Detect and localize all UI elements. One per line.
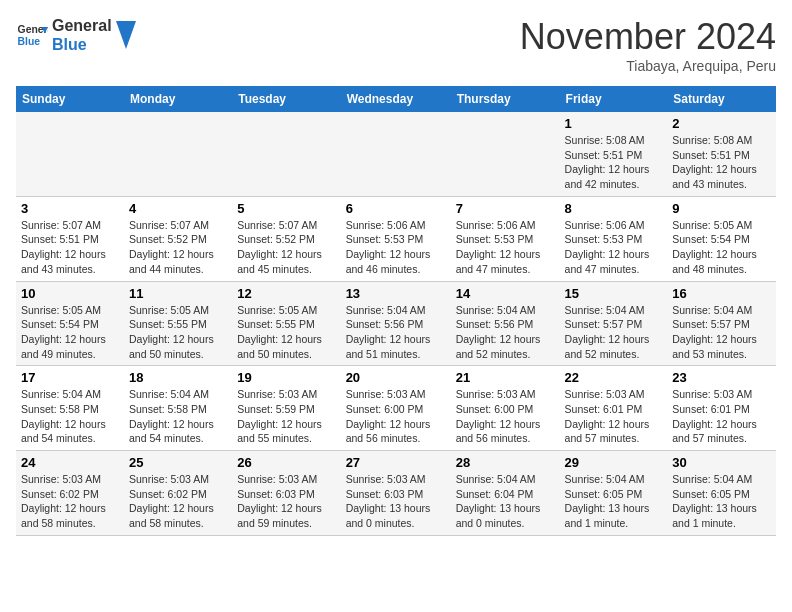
calendar-cell-2-5: 7Sunrise: 5:06 AM Sunset: 5:53 PM Daylig… (451, 196, 560, 281)
calendar-cell-2-1: 3Sunrise: 5:07 AM Sunset: 5:51 PM Daylig… (16, 196, 124, 281)
calendar-cell-1-1 (16, 112, 124, 196)
day-info: Sunrise: 5:03 AM Sunset: 6:00 PM Dayligh… (346, 387, 446, 446)
day-number: 28 (456, 455, 555, 470)
day-number: 15 (565, 286, 663, 301)
week-row-2: 3Sunrise: 5:07 AM Sunset: 5:51 PM Daylig… (16, 196, 776, 281)
weekday-header-wednesday: Wednesday (341, 86, 451, 112)
calendar-cell-3-6: 15Sunrise: 5:04 AM Sunset: 5:57 PM Dayli… (560, 281, 668, 366)
day-info: Sunrise: 5:04 AM Sunset: 6:04 PM Dayligh… (456, 472, 555, 531)
day-info: Sunrise: 5:08 AM Sunset: 5:51 PM Dayligh… (565, 133, 663, 192)
day-number: 19 (237, 370, 335, 385)
day-info: Sunrise: 5:04 AM Sunset: 5:56 PM Dayligh… (456, 303, 555, 362)
day-number: 7 (456, 201, 555, 216)
day-info: Sunrise: 5:05 AM Sunset: 5:54 PM Dayligh… (672, 218, 771, 277)
day-number: 1 (565, 116, 663, 131)
calendar-cell-3-1: 10Sunrise: 5:05 AM Sunset: 5:54 PM Dayli… (16, 281, 124, 366)
calendar-cell-3-3: 12Sunrise: 5:05 AM Sunset: 5:55 PM Dayli… (232, 281, 340, 366)
day-info: Sunrise: 5:03 AM Sunset: 5:59 PM Dayligh… (237, 387, 335, 446)
calendar-cell-2-7: 9Sunrise: 5:05 AM Sunset: 5:54 PM Daylig… (667, 196, 776, 281)
day-info: Sunrise: 5:04 AM Sunset: 6:05 PM Dayligh… (565, 472, 663, 531)
day-info: Sunrise: 5:05 AM Sunset: 5:55 PM Dayligh… (129, 303, 227, 362)
page-header: General Blue General Blue November 2024 … (16, 16, 776, 74)
week-row-5: 24Sunrise: 5:03 AM Sunset: 6:02 PM Dayli… (16, 451, 776, 536)
calendar-cell-3-4: 13Sunrise: 5:04 AM Sunset: 5:56 PM Dayli… (341, 281, 451, 366)
day-info: Sunrise: 5:04 AM Sunset: 5:57 PM Dayligh… (565, 303, 663, 362)
day-number: 9 (672, 201, 771, 216)
calendar-cell-1-4 (341, 112, 451, 196)
logo: General Blue General Blue (16, 16, 136, 54)
calendar-cell-4-4: 20Sunrise: 5:03 AM Sunset: 6:00 PM Dayli… (341, 366, 451, 451)
calendar-cell-4-1: 17Sunrise: 5:04 AM Sunset: 5:58 PM Dayli… (16, 366, 124, 451)
logo-triangle-icon (116, 21, 136, 49)
day-number: 25 (129, 455, 227, 470)
svg-marker-3 (116, 21, 136, 49)
svg-text:Blue: Blue (18, 36, 41, 47)
week-row-4: 17Sunrise: 5:04 AM Sunset: 5:58 PM Dayli… (16, 366, 776, 451)
day-info: Sunrise: 5:07 AM Sunset: 5:52 PM Dayligh… (237, 218, 335, 277)
day-info: Sunrise: 5:06 AM Sunset: 5:53 PM Dayligh… (456, 218, 555, 277)
day-number: 14 (456, 286, 555, 301)
day-number: 4 (129, 201, 227, 216)
day-info: Sunrise: 5:08 AM Sunset: 5:51 PM Dayligh… (672, 133, 771, 192)
day-info: Sunrise: 5:07 AM Sunset: 5:52 PM Dayligh… (129, 218, 227, 277)
day-number: 12 (237, 286, 335, 301)
calendar-cell-3-7: 16Sunrise: 5:04 AM Sunset: 5:57 PM Dayli… (667, 281, 776, 366)
calendar-cell-1-6: 1Sunrise: 5:08 AM Sunset: 5:51 PM Daylig… (560, 112, 668, 196)
day-number: 26 (237, 455, 335, 470)
calendar-cell-2-4: 6Sunrise: 5:06 AM Sunset: 5:53 PM Daylig… (341, 196, 451, 281)
logo-general: General (52, 16, 112, 35)
day-info: Sunrise: 5:06 AM Sunset: 5:53 PM Dayligh… (565, 218, 663, 277)
calendar-cell-2-3: 5Sunrise: 5:07 AM Sunset: 5:52 PM Daylig… (232, 196, 340, 281)
calendar-cell-2-2: 4Sunrise: 5:07 AM Sunset: 5:52 PM Daylig… (124, 196, 232, 281)
calendar-cell-4-7: 23Sunrise: 5:03 AM Sunset: 6:01 PM Dayli… (667, 366, 776, 451)
calendar-cell-3-2: 11Sunrise: 5:05 AM Sunset: 5:55 PM Dayli… (124, 281, 232, 366)
day-info: Sunrise: 5:03 AM Sunset: 6:00 PM Dayligh… (456, 387, 555, 446)
day-info: Sunrise: 5:03 AM Sunset: 6:03 PM Dayligh… (346, 472, 446, 531)
day-info: Sunrise: 5:04 AM Sunset: 5:56 PM Dayligh… (346, 303, 446, 362)
calendar-cell-4-5: 21Sunrise: 5:03 AM Sunset: 6:00 PM Dayli… (451, 366, 560, 451)
calendar-cell-1-5 (451, 112, 560, 196)
week-row-1: 1Sunrise: 5:08 AM Sunset: 5:51 PM Daylig… (16, 112, 776, 196)
day-info: Sunrise: 5:07 AM Sunset: 5:51 PM Dayligh… (21, 218, 119, 277)
weekday-header-saturday: Saturday (667, 86, 776, 112)
day-info: Sunrise: 5:03 AM Sunset: 6:03 PM Dayligh… (237, 472, 335, 531)
weekday-header-friday: Friday (560, 86, 668, 112)
day-info: Sunrise: 5:05 AM Sunset: 5:54 PM Dayligh… (21, 303, 119, 362)
day-info: Sunrise: 5:03 AM Sunset: 6:01 PM Dayligh… (565, 387, 663, 446)
day-number: 18 (129, 370, 227, 385)
day-number: 24 (21, 455, 119, 470)
calendar-cell-1-7: 2Sunrise: 5:08 AM Sunset: 5:51 PM Daylig… (667, 112, 776, 196)
day-number: 3 (21, 201, 119, 216)
weekday-header-row: SundayMondayTuesdayWednesdayThursdayFrid… (16, 86, 776, 112)
day-number: 17 (21, 370, 119, 385)
calendar-table: SundayMondayTuesdayWednesdayThursdayFrid… (16, 86, 776, 536)
logo-blue: Blue (52, 35, 112, 54)
day-number: 22 (565, 370, 663, 385)
day-number: 8 (565, 201, 663, 216)
day-info: Sunrise: 5:04 AM Sunset: 5:57 PM Dayligh… (672, 303, 771, 362)
day-number: 23 (672, 370, 771, 385)
day-info: Sunrise: 5:06 AM Sunset: 5:53 PM Dayligh… (346, 218, 446, 277)
week-row-3: 10Sunrise: 5:05 AM Sunset: 5:54 PM Dayli… (16, 281, 776, 366)
day-number: 29 (565, 455, 663, 470)
day-info: Sunrise: 5:04 AM Sunset: 5:58 PM Dayligh… (129, 387, 227, 446)
weekday-header-monday: Monday (124, 86, 232, 112)
day-number: 27 (346, 455, 446, 470)
calendar-cell-5-2: 25Sunrise: 5:03 AM Sunset: 6:02 PM Dayli… (124, 451, 232, 536)
calendar-cell-3-5: 14Sunrise: 5:04 AM Sunset: 5:56 PM Dayli… (451, 281, 560, 366)
calendar-cell-4-2: 18Sunrise: 5:04 AM Sunset: 5:58 PM Dayli… (124, 366, 232, 451)
day-info: Sunrise: 5:04 AM Sunset: 5:58 PM Dayligh… (21, 387, 119, 446)
calendar-body: 1Sunrise: 5:08 AM Sunset: 5:51 PM Daylig… (16, 112, 776, 535)
day-number: 10 (21, 286, 119, 301)
day-number: 6 (346, 201, 446, 216)
location: Tiabaya, Arequipa, Peru (520, 58, 776, 74)
calendar-cell-5-3: 26Sunrise: 5:03 AM Sunset: 6:03 PM Dayli… (232, 451, 340, 536)
day-info: Sunrise: 5:05 AM Sunset: 5:55 PM Dayligh… (237, 303, 335, 362)
calendar-cell-4-6: 22Sunrise: 5:03 AM Sunset: 6:01 PM Dayli… (560, 366, 668, 451)
day-number: 5 (237, 201, 335, 216)
day-info: Sunrise: 5:03 AM Sunset: 6:01 PM Dayligh… (672, 387, 771, 446)
weekday-header-sunday: Sunday (16, 86, 124, 112)
calendar-cell-5-4: 27Sunrise: 5:03 AM Sunset: 6:03 PM Dayli… (341, 451, 451, 536)
day-number: 13 (346, 286, 446, 301)
day-number: 30 (672, 455, 771, 470)
